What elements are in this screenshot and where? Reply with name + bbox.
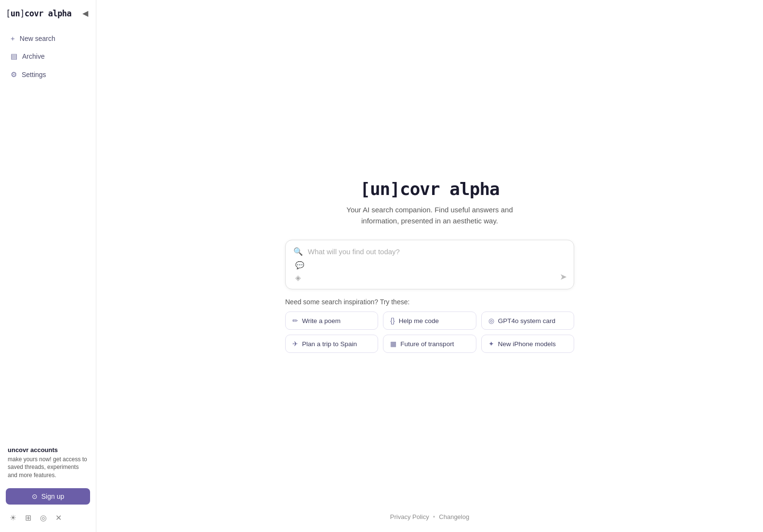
search-input[interactable]: [308, 247, 566, 256]
suggestion-plan-trip[interactable]: ✈ Plan a trip to Spain: [285, 335, 378, 353]
inspiration-label: Need some search inspiration? Try these:: [285, 298, 409, 306]
suggestion-label-iphone: New iPhone models: [498, 340, 556, 348]
plane-icon: ✈: [292, 340, 298, 348]
archive-label: Archive: [22, 52, 45, 60]
main-footer: Privacy Policy • Changelog: [390, 513, 469, 520]
grid-icon[interactable]: ⊞: [23, 511, 33, 524]
code-icon: {}: [390, 317, 395, 324]
settings-label: Settings: [22, 71, 46, 78]
sparkle-icon: ✦: [488, 340, 494, 348]
main-logo: [un]covr alpha: [360, 179, 499, 199]
gear-icon: ⚙: [11, 70, 17, 79]
suggestion-gpt4o[interactable]: ◎ GPT4o system card: [481, 311, 574, 330]
suggestion-iphone[interactable]: ✦ New iPhone models: [481, 335, 574, 353]
signup-label: Sign up: [41, 493, 64, 500]
plus-icon: +: [11, 34, 15, 42]
tagline: Your AI search companion. Find useful an…: [346, 205, 513, 226]
accounts-desc: make yours now! get access to saved thre…: [8, 455, 88, 480]
accounts-title: uncovr accounts: [8, 446, 88, 454]
transport-icon: ▦: [390, 340, 396, 348]
comment-icon[interactable]: 💬: [295, 261, 566, 270]
search-actions: 💬 ◈: [293, 261, 566, 282]
accounts-promo: uncovr accounts make yours now! get acce…: [6, 442, 90, 483]
changelog-link[interactable]: Changelog: [439, 513, 469, 520]
sidebar-bottom: uncovr accounts make yours now! get acce…: [6, 442, 90, 524]
suggestion-label-transport: Future of transport: [400, 340, 454, 348]
search-top-row: 🔍: [293, 247, 566, 256]
sidebar-item-settings[interactable]: ⚙ Settings: [6, 66, 90, 83]
sidebar-nav: + New search ▤ Archive ⚙ Settings: [6, 30, 90, 83]
center-content: [un]covr alpha Your AI search companion.…: [285, 179, 574, 353]
logo-bracket-right: ]: [390, 179, 400, 199]
suggestion-help-code[interactable]: {} Help me code: [383, 311, 476, 330]
send-button[interactable]: ➤: [560, 272, 567, 282]
layers-icon[interactable]: ◈: [295, 273, 566, 282]
sidebar-item-new-search[interactable]: + New search: [6, 30, 90, 46]
privacy-policy-link[interactable]: Privacy Policy: [390, 513, 429, 520]
x-icon[interactable]: ✕: [53, 511, 64, 524]
footer-dot: •: [433, 513, 435, 520]
sun-icon[interactable]: ☀: [8, 511, 18, 524]
sidebar-item-archive[interactable]: ▤ Archive: [6, 48, 90, 65]
sidebar: [un]covr alpha ◀ + New search ▤ Archive …: [0, 0, 96, 532]
search-box: 🔍 💬 ◈ ➤: [285, 240, 574, 289]
suggestion-write-poem[interactable]: ✏ Write a poem: [285, 311, 378, 330]
suggestion-label-code: Help me code: [399, 317, 439, 324]
collapse-button[interactable]: ◀: [80, 8, 90, 19]
circle-dash-icon: ◎: [488, 317, 494, 324]
signup-button[interactable]: ⊙ Sign up: [6, 488, 90, 505]
search-icon: 🔍: [293, 247, 303, 256]
archive-icon: ▤: [11, 52, 17, 61]
suggestion-label-gpt4o: GPT4o system card: [498, 317, 555, 324]
circle-icon[interactable]: ◎: [38, 511, 49, 524]
pencil-icon: ✏: [292, 317, 298, 324]
suggestion-grid: ✏ Write a poem {} Help me code ◎ GPT4o s…: [285, 311, 574, 353]
sidebar-footer-icons: ☀ ⊞ ◎ ✕: [6, 509, 90, 524]
sidebar-logo: [un]covr alpha ◀: [6, 8, 90, 19]
tagline-line2: information, presented in an aesthetic w…: [361, 217, 498, 225]
suggestion-label-trip: Plan a trip to Spain: [302, 340, 357, 348]
new-search-label: New search: [20, 35, 55, 42]
logo-text: [un]covr alpha: [6, 9, 71, 18]
signup-icon: ⊙: [32, 493, 38, 500]
suggestion-transport[interactable]: ▦ Future of transport: [383, 335, 476, 353]
main-content: [un]covr alpha Your AI search companion.…: [96, 0, 763, 532]
logo-bracket-left: [: [360, 179, 370, 199]
tagline-line1: Your AI search companion. Find useful an…: [346, 206, 513, 214]
suggestion-label-poem: Write a poem: [302, 317, 341, 324]
